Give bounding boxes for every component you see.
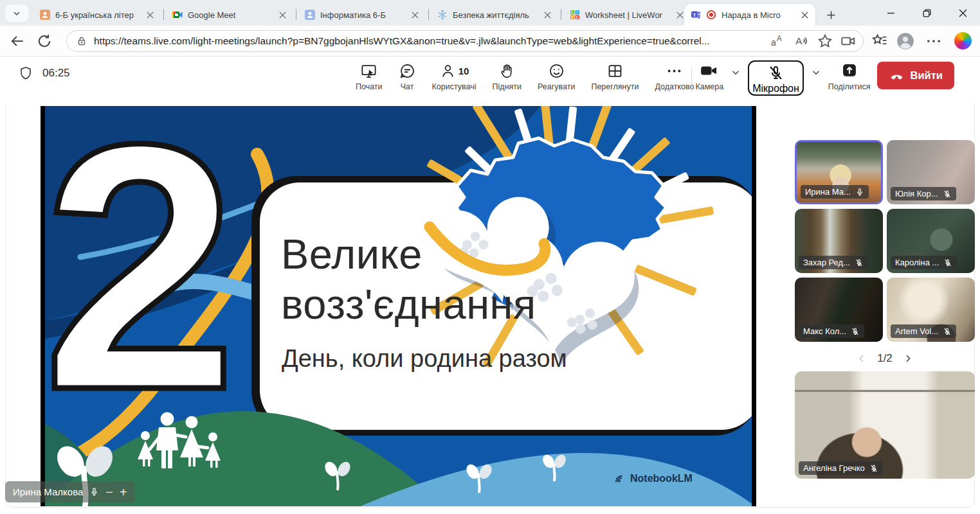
present-label: Почати: [356, 82, 383, 91]
tab-separator: [296, 9, 296, 20]
participant-tile[interactable]: Кароліна ...: [887, 209, 975, 273]
translate-icon[interactable]: aA: [770, 33, 787, 49]
recording-icon: [706, 10, 716, 20]
spotlight-tile[interactable]: Ангеліна Гречко: [795, 371, 975, 479]
slide-subtitle: День, коли родина разом: [282, 345, 567, 373]
view-button[interactable]: Переглянути: [591, 60, 639, 91]
participants-count: 10: [458, 66, 469, 76]
tab-title: Безпека життєдіяль: [453, 10, 537, 20]
tab-close-icon[interactable]: [542, 10, 553, 21]
meeting-timer: 06:25: [42, 67, 70, 80]
chevron-down-icon: [12, 8, 22, 19]
zoom-out-button[interactable]: −: [105, 486, 113, 499]
presenter-name: Ирина Малкова: [13, 486, 83, 497]
tab-teams-meeting-active[interactable]: T Нарада в Micro: [684, 4, 815, 26]
react-button[interactable]: Реагувати: [538, 60, 575, 91]
mic-on-icon: [855, 188, 864, 197]
camera-options-chevron-icon[interactable]: [730, 67, 741, 78]
participant-name: Макс Кол...: [803, 326, 846, 336]
favorite-star-icon[interactable]: [817, 33, 833, 49]
hang-up-icon: [889, 67, 905, 84]
window-minimize-button[interactable]: [876, 0, 905, 26]
tab-safety[interactable]: Безпека життєдіяль: [431, 4, 558, 26]
tab-ukrainian-lit[interactable]: 6-Б українська літер: [33, 4, 161, 26]
raise-hand-label: Підняти: [493, 82, 522, 91]
tab-close-icon[interactable]: [277, 10, 288, 21]
favorites-bar-icon[interactable]: [871, 32, 889, 50]
microphone-button[interactable]: Мікрофон: [748, 60, 804, 96]
minimize-icon: [887, 9, 895, 17]
camera-button[interactable]: Камера: [696, 60, 724, 91]
chat-label: Чат: [401, 82, 414, 91]
svg-text:A: A: [795, 35, 803, 46]
liveworksheets-icon: LIVE: [570, 10, 580, 20]
participant-pill: Макс Кол...: [799, 324, 864, 338]
copilot-icon[interactable]: [954, 32, 972, 49]
mic-options-chevron-icon[interactable]: [810, 67, 822, 78]
tab-close-icon[interactable]: [410, 10, 421, 21]
tab-close-icon[interactable]: [799, 10, 810, 21]
raise-hand-icon: [498, 62, 516, 80]
tab-separator: [561, 9, 561, 20]
window-close-button[interactable]: [948, 0, 977, 26]
mic-off-icon: [855, 258, 864, 267]
browser-menu-icon[interactable]: [925, 32, 943, 50]
window-restore-button[interactable]: [912, 0, 941, 26]
participant-pill: Юлія Кор...: [891, 187, 956, 200]
refresh-icon[interactable]: [36, 33, 53, 49]
web-capture-icon[interactable]: [840, 33, 857, 49]
svg-text:E: E: [576, 15, 579, 19]
tab-informatics[interactable]: Інформатика 6-Б: [298, 4, 426, 26]
notebooklm-icon: [614, 472, 626, 484]
mic-off-icon: [943, 327, 952, 336]
read-aloud-icon[interactable]: A: [794, 33, 810, 49]
close-icon: [959, 9, 967, 17]
participants-button[interactable]: 10 Користувачі: [432, 60, 476, 91]
participant-tile[interactable]: Юлія Кор...: [887, 140, 975, 204]
tab-title: Worksheet | LiveWor: [585, 10, 669, 20]
mic-off-icon: [851, 327, 860, 336]
pager-next-icon[interactable]: [903, 353, 913, 364]
share-button[interactable]: Поділитися: [828, 60, 871, 91]
participant-tile[interactable]: Ирина Ма...: [795, 140, 883, 204]
pager-prev-icon[interactable]: [857, 353, 867, 364]
camera-label: Камера: [696, 82, 724, 91]
participant-name: Artem Vol...: [895, 326, 938, 336]
view-grid-icon: [606, 62, 624, 80]
more-icon: [666, 62, 683, 80]
view-label: Переглянути: [591, 82, 639, 91]
participant-tile[interactable]: Artem Vol...: [887, 278, 975, 342]
tab-liveworksheets[interactable]: LIVE Worksheet | LiveWor: [563, 4, 691, 26]
participant-tile[interactable]: Макс Кол...: [795, 278, 883, 342]
url-field[interactable]: https://teams.live.com/light-meetings/la…: [66, 30, 864, 52]
zoom-in-button[interactable]: +: [120, 486, 127, 499]
participant-tile[interactable]: Захар Ред...: [795, 209, 883, 273]
present-icon: [360, 62, 377, 80]
tab-google-meet[interactable]: Google Meet: [166, 4, 293, 26]
svg-text:A: A: [777, 34, 782, 43]
raise-hand-button[interactable]: Підняти: [493, 60, 522, 91]
tab-close-icon[interactable]: [145, 10, 156, 21]
meeting-toolbar: 06:25 Почати Чат 10 Користувачі Підняти …: [0, 57, 980, 103]
present-button[interactable]: Почати: [356, 60, 383, 91]
svg-text:a: a: [771, 37, 776, 48]
participant-name: Кароліна ...: [895, 258, 939, 267]
google-meet-icon: [172, 10, 183, 20]
chat-button[interactable]: Чат: [399, 60, 416, 91]
people-icon: [439, 62, 457, 80]
tile-pager: 1/2: [795, 349, 975, 368]
tab-separator: [428, 9, 429, 20]
pager-label: 1/2: [877, 352, 893, 365]
new-tab-button[interactable]: [822, 6, 840, 24]
slide-title: Велике возз'єднання: [281, 229, 536, 330]
participant-pill: Ангеліна Гречко: [799, 461, 883, 475]
profile-avatar[interactable]: [896, 32, 914, 50]
teams-icon: T: [691, 10, 701, 20]
restore-icon: [923, 9, 931, 17]
mic-off-icon: [943, 258, 952, 267]
leave-button[interactable]: Вийти: [877, 62, 954, 89]
more-button[interactable]: Додатково: [655, 60, 694, 91]
tab-search-button[interactable]: [5, 4, 28, 22]
tab-separator: [163, 9, 164, 20]
back-icon[interactable]: [9, 33, 26, 49]
